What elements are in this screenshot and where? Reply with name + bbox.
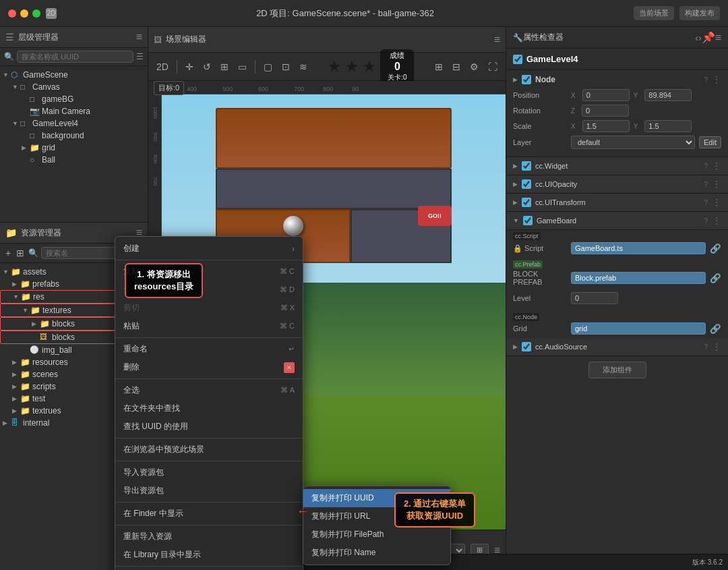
ccuiopacity-header: ▶ cc.UIOpacity ? ⋮: [506, 175, 728, 194]
scene-menu-btn[interactable]: ≡: [494, 34, 500, 46]
tree-item-grid[interactable]: ▶ 📁 grid: [0, 142, 148, 154]
ctx-find-uuid[interactable]: 查找 UUID 的使用: [115, 418, 303, 436]
ctx-rename[interactable]: 重命名 ↵: [115, 340, 303, 358]
gameboard-help[interactable]: ?: [704, 217, 708, 225]
ctx-paste-shortcut: ⌘ C: [280, 322, 295, 331]
audiosource-checkbox[interactable]: [522, 342, 531, 351]
ctx-show-library[interactable]: 在 Library 目录中显示: [115, 546, 303, 564]
grid-input[interactable]: [571, 322, 706, 335]
ctx-selectall[interactable]: 全选 ⌘ A: [115, 381, 303, 399]
ctx-find-folder[interactable]: 在文件夹中查找: [115, 399, 303, 418]
ccwidget-help[interactable]: ?: [704, 163, 708, 170]
ctx-export-pkg[interactable]: 导出资源包: [115, 482, 303, 500]
ctx-cut-shortcut: ⌘ X: [280, 304, 295, 312]
build-btn[interactable]: 构建发布: [679, 6, 720, 20]
script-link-btn[interactable]: 🔗: [710, 244, 721, 254]
gameboard-checkbox[interactable]: [523, 216, 533, 225]
hierarchy-menu-btn[interactable]: ≡: [136, 31, 142, 43]
tree-item-gamelevel4[interactable]: ▼ □ GameLevel4: [0, 117, 148, 130]
maximize-button[interactable]: [32, 9, 40, 18]
ctx-create-label: 创建: [123, 243, 140, 254]
star-3: ★: [363, 58, 376, 76]
gameboard-header: ▼ GameBoard ? ⋮: [506, 212, 728, 230]
sub-ctx-copy-url[interactable]: 复制并打印 URL: [303, 507, 450, 525]
tree-item-maincamera[interactable]: 📷 Main Camera: [0, 105, 148, 117]
hierarchy-search-input[interactable]: [17, 51, 133, 63]
ccuiopacity-help[interactable]: ?: [704, 181, 708, 188]
ccuiopacity-more[interactable]: ⋮: [712, 179, 721, 190]
ctx-duplicate[interactable]: 生成副本 ⌘ D: [115, 281, 303, 299]
ctx-show-finder[interactable]: 在 Finder 中显示: [115, 505, 303, 523]
blockprefab-input[interactable]: [571, 272, 706, 284]
ctx-paste[interactable]: 粘贴 ⌘ C: [115, 317, 303, 335]
link-btn[interactable]: ≋: [297, 59, 310, 75]
ctx-duplicate-shortcut: ⌘ D: [280, 285, 295, 294]
ctx-cut[interactable]: 剪切 ⌘ X: [115, 299, 303, 317]
minimize-button[interactable]: [20, 9, 28, 18]
ctx-create[interactable]: 创建 ›: [115, 239, 303, 258]
layout-btn[interactable]: ⊞: [15, 246, 26, 260]
rect2-tool-btn[interactable]: ▢: [261, 59, 275, 75]
maximize-scene-btn[interactable]: ⛶: [485, 59, 500, 75]
rect-tool-btn[interactable]: ▭: [235, 59, 249, 75]
grid-btn[interactable]: ⊟: [450, 59, 463, 75]
node-section-checkbox[interactable]: [522, 75, 531, 84]
ctx-reimport[interactable]: 重新导入资源: [115, 528, 303, 546]
ccuitransform-help[interactable]: ?: [704, 199, 708, 206]
layer-select[interactable]: default: [571, 136, 695, 149]
add-component-btn[interactable]: 添加组件: [588, 362, 646, 378]
tree-item-ball[interactable]: ○ Ball: [0, 154, 148, 166]
audiosource-name: cc.AudioSource: [535, 343, 700, 351]
blockprefab-link-btn[interactable]: 🔗: [710, 273, 721, 283]
position-y-input[interactable]: [644, 89, 692, 101]
ruler-800: 800: [320, 86, 336, 92]
ctx-import-pkg[interactable]: 导入资源包: [115, 463, 303, 482]
score-box: 成绩 0 关卡:0: [380, 49, 414, 84]
ctx-delete[interactable]: 删除 ✕: [115, 358, 303, 376]
ctx-preview-scene[interactable]: 在浏览器中预览此场景: [115, 440, 303, 459]
node-active-checkbox[interactable]: [513, 55, 522, 64]
sub-ctx-copy-filepath-label: 复制并打印 FilePath: [311, 529, 384, 540]
rotation-input[interactable]: [582, 105, 629, 117]
sub-ctx-copy-filepath[interactable]: 复制并打印 FilePath: [303, 525, 450, 544]
close-button[interactable]: [8, 9, 16, 18]
node-help-btn[interactable]: ?: [704, 76, 708, 84]
status-version: 版本 3.6.2: [692, 558, 723, 567]
ccuitransform-checkbox[interactable]: [522, 198, 531, 207]
add-asset-btn[interactable]: +: [4, 246, 12, 260]
inspector-pin-btn[interactable]: 📌: [702, 31, 715, 44]
grid-link-btn[interactable]: 🔗: [710, 324, 721, 334]
tree-item-canvas[interactable]: ▼ □ Canvas: [0, 81, 148, 93]
scale-tool-btn[interactable]: ⊞: [218, 59, 231, 75]
gameboard-more[interactable]: ⋮: [712, 215, 721, 226]
ccuiopacity-name: cc.UIOpacity: [535, 180, 700, 188]
rotate-tool-btn[interactable]: ↺: [200, 59, 214, 75]
node-more-btn[interactable]: ⋮: [712, 74, 721, 85]
layer-edit-btn[interactable]: Edit: [699, 136, 721, 148]
tree-item-gamebg[interactable]: □ gameBG: [0, 93, 148, 105]
tree-item-background[interactable]: □ background: [0, 130, 148, 142]
current-scene-btn[interactable]: 当前场景: [634, 6, 674, 20]
tree-item-gamescene[interactable]: ▼ ⬡ GameScene: [0, 69, 148, 81]
scale-y-input[interactable]: [644, 120, 692, 132]
audiosource-help[interactable]: ?: [704, 343, 708, 351]
ccwidget-more[interactable]: ⋮: [712, 161, 721, 171]
scale-x-input[interactable]: [582, 120, 630, 132]
ccwidget-checkbox[interactable]: [522, 161, 531, 171]
sub-ctx-copy-name[interactable]: 复制并打印 Name: [303, 544, 450, 562]
script-input[interactable]: [571, 242, 706, 254]
sub-ctx-copy-uuid[interactable]: 复制并打印 UUID: [303, 489, 450, 507]
snap-btn[interactable]: ⊞: [432, 59, 446, 75]
list-icon[interactable]: ☰: [136, 52, 144, 61]
position-x-input[interactable]: [582, 89, 630, 101]
ctx-copy[interactable]: 复制 ⌘ C: [115, 262, 303, 281]
2d-view-btn[interactable]: 2D: [154, 59, 171, 75]
move-tool-btn[interactable]: ✛: [183, 59, 196, 75]
audiosource-more[interactable]: ⋮: [712, 341, 721, 352]
ccuitransform-more[interactable]: ⋮: [712, 197, 721, 208]
level-input[interactable]: [571, 292, 618, 304]
settings-btn[interactable]: ⚙: [467, 59, 481, 75]
ccuiopacity-checkbox[interactable]: [522, 179, 531, 189]
inspector-menu-btn[interactable]: ≡: [715, 32, 721, 44]
transform-btn[interactable]: ⊡: [279, 59, 293, 75]
